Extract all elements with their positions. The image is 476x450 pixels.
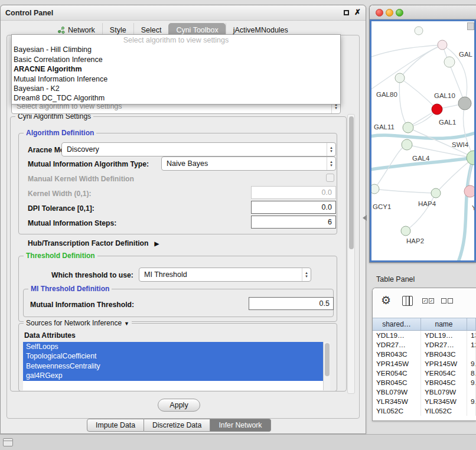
network-window-titlebar xyxy=(370,5,476,19)
network-node-label: SWI4 xyxy=(452,141,469,148)
dropdown-item[interactable]: Bayesian - K2 xyxy=(12,84,340,93)
column-header-shared-name[interactable]: shared… xyxy=(373,318,421,330)
network-node[interactable] xyxy=(432,104,442,115)
network-node[interactable] xyxy=(464,185,476,197)
network-node[interactable] xyxy=(458,97,471,110)
collapsed-arrow-icon: ▶ xyxy=(155,240,159,247)
columns-icon[interactable] xyxy=(402,296,413,306)
mi-algorithm-type-value: Naive Bayes xyxy=(162,159,327,168)
network-node-label: GAL10 xyxy=(434,92,455,99)
dpi-tolerance-input[interactable]: 0.0 xyxy=(251,201,336,214)
attribute-list-scrollbar[interactable] xyxy=(323,342,330,390)
attribute-item-selected[interactable]: BetweennessCentrality xyxy=(23,361,323,371)
table-cell: 8. xyxy=(467,369,476,378)
network-edge xyxy=(371,45,442,92)
table-row[interactable]: YBR043CYBR043C xyxy=(373,350,476,359)
network-node[interactable] xyxy=(415,27,423,35)
table-row[interactable]: YDR27…YDR27…12 xyxy=(373,340,476,350)
network-edge xyxy=(458,158,474,262)
table-row[interactable]: YER054CYER054C8. xyxy=(373,369,476,378)
network-node-label: HAP4 xyxy=(418,200,436,207)
scrollbar-thumb[interactable] xyxy=(325,343,330,376)
column-header-partial[interactable] xyxy=(467,318,476,330)
network-edge xyxy=(400,78,437,109)
table-cell: 9. xyxy=(467,378,476,387)
select-all-rows-icon[interactable]: ✓✓ xyxy=(422,298,434,304)
mi-threshold-input[interactable]: 0.5 xyxy=(249,297,334,310)
table-cell: YBR045C xyxy=(373,378,421,387)
network-node[interactable] xyxy=(438,40,447,50)
minimized-panel-icon[interactable] xyxy=(3,438,13,446)
table-cell: 9. xyxy=(467,397,476,406)
table-body: YDL19…YDL19…13YDR27…YDR27…12YBR043CYBR04… xyxy=(373,331,476,420)
table-cell: YBR043C xyxy=(373,350,421,359)
tab-infer-network[interactable]: Infer Network xyxy=(210,419,270,432)
hub-section-toggle[interactable]: Hub/Transcription Factor Definition▶ xyxy=(28,239,159,247)
dropdown-item[interactable]: Bayesian - Hill Climbing xyxy=(12,45,340,54)
combo-stepper-icon: ▴▾ xyxy=(302,268,311,281)
table-row[interactable]: YPR145WYPR145W9. xyxy=(373,359,476,369)
tab-discretize-data[interactable]: Discretize Data xyxy=(144,419,210,432)
dropdown-item[interactable]: Basic Correlation Inference xyxy=(12,55,340,64)
network-node-label: HAP2 xyxy=(406,237,424,244)
table-cell: YIL052C xyxy=(421,406,467,416)
network-canvas[interactable]: GALGAL80GAL10GAL1GAL11SWI4GAL4GCY1HAP4YH… xyxy=(370,19,476,262)
minimize-traffic-light[interactable] xyxy=(386,9,393,17)
table-row[interactable]: YDL19…YDL19…13 xyxy=(373,331,476,340)
table-cell: YER054C xyxy=(373,369,421,378)
gear-icon[interactable]: ⚙ xyxy=(381,294,391,307)
tab-impute-data[interactable]: Impute Data xyxy=(87,419,144,432)
which-threshold-select[interactable]: MI Threshold ▴▾ xyxy=(139,268,311,282)
dropdown-item[interactable]: Dream8 DC_TDC Algorithm xyxy=(12,93,340,103)
apply-button[interactable]: Apply xyxy=(158,399,200,412)
network-node[interactable] xyxy=(395,73,405,83)
network-edge xyxy=(400,45,442,78)
zoom-traffic-light[interactable] xyxy=(396,9,403,17)
network-node[interactable] xyxy=(401,226,410,236)
tab-label: Cyni Toolbox xyxy=(176,26,218,34)
attribute-item-selected[interactable]: TopologicalCoefficient xyxy=(23,351,323,361)
table-row[interactable]: YBL079WYBL079W xyxy=(373,387,476,397)
network-node[interactable] xyxy=(402,139,412,150)
table-row[interactable]: YIL052CYIL052C xyxy=(373,406,476,416)
kernel-width-input[interactable]: 0.0 xyxy=(251,186,336,199)
table-row[interactable]: YBR045CYBR045C9. xyxy=(373,378,476,387)
attribute-item-selected[interactable]: SelfLoops xyxy=(23,342,323,351)
aracne-mode-select[interactable]: Discovery ▴▾ xyxy=(61,142,336,156)
table-cell: YER054C xyxy=(421,369,467,378)
data-attributes-label: Data Attributes xyxy=(24,331,76,340)
close-window-icon[interactable]: ✗ xyxy=(354,8,361,17)
network-canvas-svg: GALGAL80GAL10GAL1GAL11SWI4GAL4GCY1HAP4YH… xyxy=(371,21,476,262)
tab-label: Network xyxy=(68,26,95,34)
table-cell: YBL079W xyxy=(421,387,467,397)
network-view-window: GALGAL80GAL10GAL1GAL11SWI4GAL4GCY1HAP4YH… xyxy=(369,5,476,263)
column-header-name[interactable]: name xyxy=(421,318,467,330)
network-node[interactable] xyxy=(371,184,379,194)
which-threshold-label: Which threshold to use: xyxy=(51,271,133,279)
network-node-label: Y xyxy=(472,204,476,211)
network-node[interactable] xyxy=(431,188,441,198)
network-node[interactable] xyxy=(444,57,455,67)
manual-kernel-width-checkbox[interactable] xyxy=(326,174,334,182)
table-cell: YBR045C xyxy=(421,378,467,387)
network-node-label: GAL1 xyxy=(439,119,456,126)
network-node[interactable] xyxy=(403,122,413,133)
table-row[interactable]: YLR345WYLR345W9. xyxy=(373,397,476,406)
settings-scrollbar[interactable] xyxy=(347,114,355,394)
sources-legend[interactable]: Sources for Network Inference▼ xyxy=(24,319,132,327)
table-cell: 9. xyxy=(467,359,476,369)
mi-algorithm-type-select[interactable]: Naive Bayes ▴▾ xyxy=(161,156,336,171)
attribute-item-selected[interactable]: gal4RGexp xyxy=(23,371,323,380)
panel-collapse-arrow-icon[interactable] xyxy=(363,215,367,221)
dropdown-item[interactable]: Mutual Information Inference xyxy=(12,74,340,84)
scrollbar-thumb[interactable] xyxy=(349,116,354,249)
tab-label: Select xyxy=(141,26,162,34)
deselect-rows-icon[interactable] xyxy=(441,298,453,304)
close-traffic-light[interactable] xyxy=(376,9,383,17)
float-window-icon[interactable] xyxy=(344,10,349,15)
table-cell: YLR345W xyxy=(373,397,421,406)
dropdown-item-selected[interactable]: ARACNE Algorithm xyxy=(12,64,340,74)
mi-steps-input[interactable]: 6 xyxy=(251,216,336,229)
threshold-definition-legend: Threshold Definition xyxy=(24,252,97,260)
network-edge xyxy=(399,78,408,128)
